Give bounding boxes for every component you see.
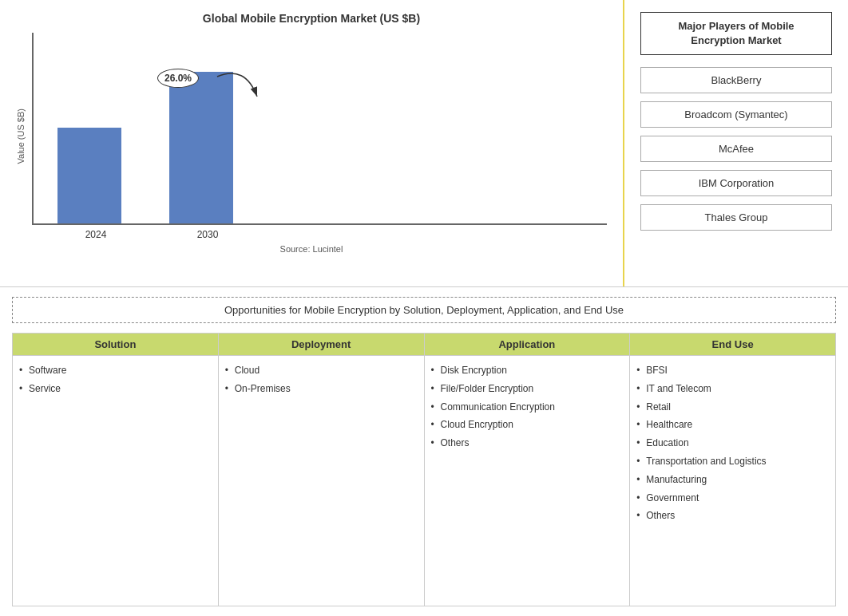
col-header-enduse: End Use [630, 334, 835, 356]
opportunities-title: Opportunities for Mobile Encryption by S… [12, 297, 836, 323]
player-ibm: IBM Corporation [640, 170, 832, 196]
bar-group-2030 [169, 72, 233, 223]
bottom-section: Opportunities for Mobile Encryption by S… [0, 287, 848, 616]
bar-group-2024 [57, 128, 121, 223]
col-deployment: Deployment Cloud On-Premises [219, 333, 425, 606]
list-item: Government [636, 492, 829, 505]
col-header-application: Application [425, 334, 630, 356]
col-body-deployment: Cloud On-Premises [219, 356, 424, 606]
list-item: Others [636, 509, 829, 523]
top-section: Global Mobile Encryption Market (US $B) … [0, 0, 848, 287]
y-axis-label: Value (US $B) [16, 109, 26, 164]
annotation-bubble: 26.0% [157, 69, 199, 88]
list-item: Education [636, 436, 829, 450]
player-broadcom: Broadcom (Symantec) [640, 101, 832, 128]
col-body-enduse: BFSI IT and Telecom Retail Healthcare Ed… [630, 356, 835, 606]
list-item: Communication Encryption [431, 401, 624, 414]
x-label-2030: 2030 [176, 229, 240, 240]
bars-area: 26.0% [32, 33, 607, 225]
list-item: IT and Telecom [636, 382, 829, 396]
players-panel: Major Players of Mobile Encryption Marke… [624, 0, 848, 286]
x-label-2024: 2024 [64, 229, 128, 240]
list-item: On-Premises [225, 382, 418, 396]
list-item: File/Folder Encryption [431, 382, 624, 396]
col-solution: Solution Software Service [12, 333, 219, 606]
list-item: Manufacturing [636, 473, 829, 487]
list-item: Others [431, 436, 624, 450]
col-application: Application Disk Encryption File/Folder … [425, 333, 631, 606]
main-container: Global Mobile Encryption Market (US $B) … [0, 0, 848, 616]
list-item: Cloud Encryption [431, 418, 624, 432]
list-item: Retail [636, 401, 829, 414]
chart-inner: 26.0% [32, 33, 607, 240]
list-item: Service [19, 382, 212, 396]
chart-wrapper: Value (US $B) 26.0% [16, 33, 607, 240]
list-item: Software [19, 364, 212, 377]
list-item: Healthcare [636, 418, 829, 432]
source-label: Source: Lucintel [16, 244, 607, 254]
columns-grid: Solution Software Service Deployment Clo… [12, 333, 836, 606]
col-header-deployment: Deployment [219, 334, 424, 356]
col-body-solution: Software Service [13, 356, 218, 606]
bar-2024 [57, 128, 121, 223]
player-thales: Thales Group [640, 204, 832, 231]
players-title: Major Players of Mobile Encryption Marke… [640, 12, 832, 55]
list-item: Cloud [225, 364, 418, 377]
list-item: Disk Encryption [431, 364, 624, 377]
col-header-solution: Solution [13, 334, 218, 356]
bar-2030 [169, 72, 233, 223]
col-body-application: Disk Encryption File/Folder Encryption C… [425, 356, 630, 606]
player-mcafee: McAfee [640, 136, 832, 162]
player-blackberry: BlackBerry [640, 67, 832, 93]
chart-title: Global Mobile Encryption Market (US $B) [16, 12, 607, 25]
chart-area: Global Mobile Encryption Market (US $B) … [0, 0, 624, 286]
list-item: BFSI [636, 364, 829, 377]
col-enduse: End Use BFSI IT and Telecom Retail Healt… [630, 333, 836, 606]
list-item: Transportation and Logistics [636, 455, 829, 468]
x-labels: 2024 2030 [40, 229, 607, 240]
